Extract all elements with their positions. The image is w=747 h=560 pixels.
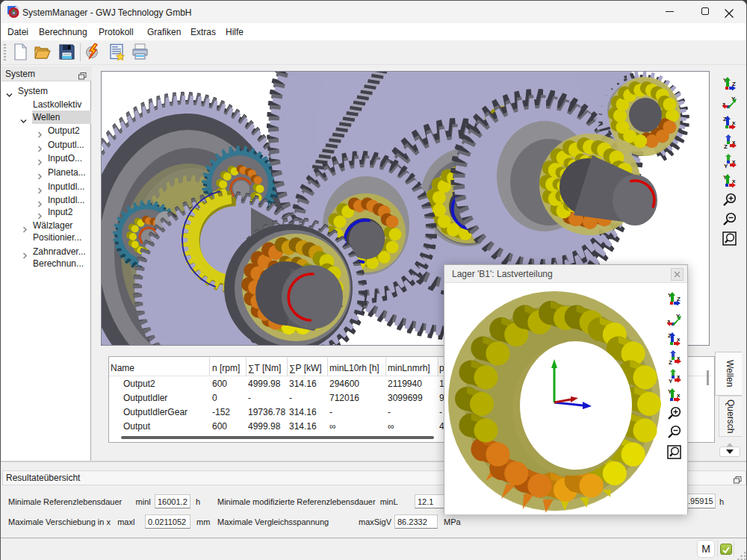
svg-text:Z: Z: [724, 143, 728, 149]
svg-text:Z: Z: [669, 359, 672, 365]
svg-text:Y: Y: [669, 378, 673, 384]
svg-text:Y: Y: [724, 163, 728, 169]
